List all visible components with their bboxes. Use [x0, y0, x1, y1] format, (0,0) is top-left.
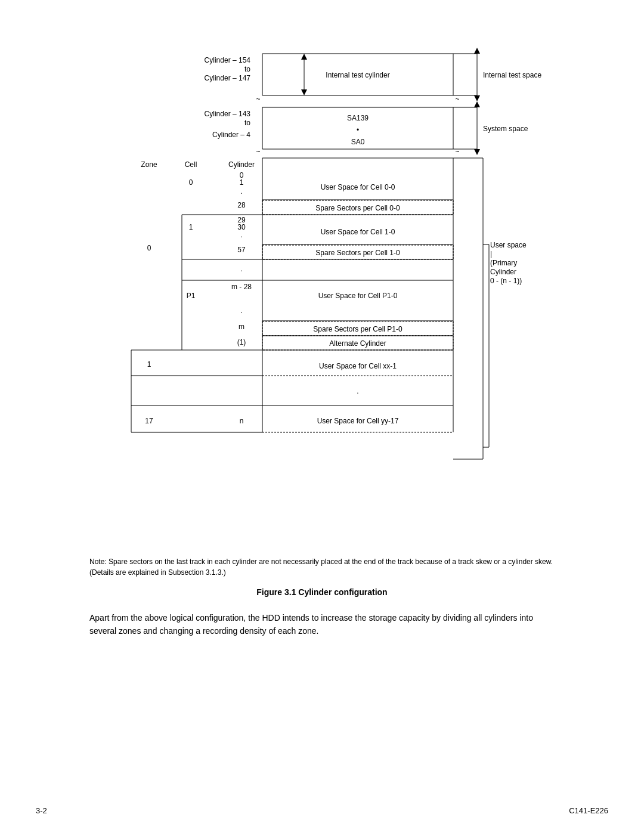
- footer-right: C141-E226: [569, 806, 608, 815]
- cylinder-to2-label: to: [244, 119, 250, 127]
- spare-00: Spare Sectors per Cell 0-0: [315, 204, 400, 212]
- dot1: •: [357, 126, 359, 134]
- cylinder-4-label: Cylinder – 4: [212, 131, 250, 139]
- zone-1: 1: [147, 360, 151, 368]
- cyl-dot1: .: [240, 187, 242, 196]
- cyl-57: 57: [237, 246, 246, 254]
- cell-0: 0: [189, 178, 193, 187]
- system-space-label: System space: [483, 125, 528, 133]
- cylinder-to-label: to: [244, 65, 250, 73]
- cyl-1: 1: [240, 178, 244, 187]
- primary-cylinder-label3: 0 - (n - 1)): [490, 277, 522, 285]
- note-text: Note: Spare sectors on the last track in…: [89, 556, 555, 578]
- user-space-00: User Space for Cell 0-0: [321, 183, 395, 191]
- user-space-bracket-label2: |: [490, 250, 492, 258]
- cylinder-154-label: Cylinder – 154: [205, 56, 251, 64]
- user-space-xx1: User Space for Cell xx-1: [319, 362, 397, 370]
- cylinder-header: Cylinder: [228, 160, 255, 169]
- user-space-yy17: User Space for Cell yy-17: [317, 417, 399, 425]
- svg-marker-16: [474, 149, 480, 155]
- tilde4: ~: [455, 147, 459, 156]
- cyl-30: 30: [237, 223, 246, 231]
- svg-marker-1: [301, 54, 307, 60]
- user-space-10: User Space for Cell 1-0: [321, 228, 395, 236]
- svg-marker-15: [474, 101, 480, 107]
- primary-cylinder-label: (Primary: [490, 259, 517, 267]
- body-container: Apart from the above logical configurati…: [89, 611, 555, 638]
- svg-marker-8: [474, 48, 480, 54]
- sa139-label: SA139: [347, 114, 369, 122]
- cell-1: 1: [189, 223, 193, 231]
- alternate-cyl-label: Alternate Cylinder: [329, 339, 386, 348]
- user-space-bracket-label: User space: [490, 241, 527, 249]
- zone-header: Zone: [141, 160, 157, 169]
- zone-17: 17: [145, 417, 153, 425]
- cylinder-143-label: Cylinder – 143: [205, 110, 251, 118]
- spare-10: Spare Sectors per Cell 1-0: [315, 249, 400, 257]
- m-28-label: m - 28: [231, 283, 252, 291]
- body-text: Apart from the above logical configurati…: [89, 611, 555, 638]
- cyl-1-alt: (1): [237, 338, 246, 346]
- dot-sep3: .: [357, 387, 358, 395]
- page: Internal test cylinder Cylinder – 154 to…: [0, 0, 644, 833]
- user-space-p10: User Space for Cell P1-0: [318, 292, 398, 300]
- page-footer: 3-2 C141-E226: [36, 806, 608, 815]
- figure-caption: Figure 3.1 Cylinder configuration: [36, 587, 608, 597]
- cell-header: Cell: [185, 160, 197, 169]
- zone-0: 0: [147, 244, 151, 252]
- primary-cylinder-label2: Cylinder: [490, 268, 516, 276]
- tilde1: ~: [256, 95, 260, 103]
- cylinder-diagram: Internal test cylinder Cylinder – 154 to…: [89, 42, 555, 549]
- dot-sep2: .: [240, 306, 242, 315]
- spare-p10: Spare Sectors per Cell P1-0: [313, 325, 402, 333]
- cyl-dot2: .: [240, 231, 242, 239]
- svg-marker-2: [301, 89, 307, 95]
- cyl-28: 28: [237, 201, 246, 209]
- cell-p1: P1: [187, 292, 196, 300]
- tilde2: ~: [455, 95, 459, 103]
- cyl-m: m: [239, 323, 244, 331]
- dot-sep1: .: [240, 265, 242, 273]
- tilde3: ~: [256, 147, 260, 156]
- diagram-container: Internal test cylinder Cylinder – 154 to…: [89, 42, 555, 550]
- svg-marker-9: [474, 95, 480, 101]
- internal-test-space-label: Internal test space: [483, 71, 541, 79]
- internal-test-cylinder-label: Internal test cylinder: [326, 71, 389, 79]
- cylinder-147-label: Cylinder – 147: [205, 74, 251, 82]
- note-container: Note: Spare sectors on the last track in…: [89, 556, 555, 578]
- sa0-label: SA0: [351, 138, 365, 146]
- cyl-n: n: [240, 417, 244, 425]
- footer-left: 3-2: [36, 806, 47, 815]
